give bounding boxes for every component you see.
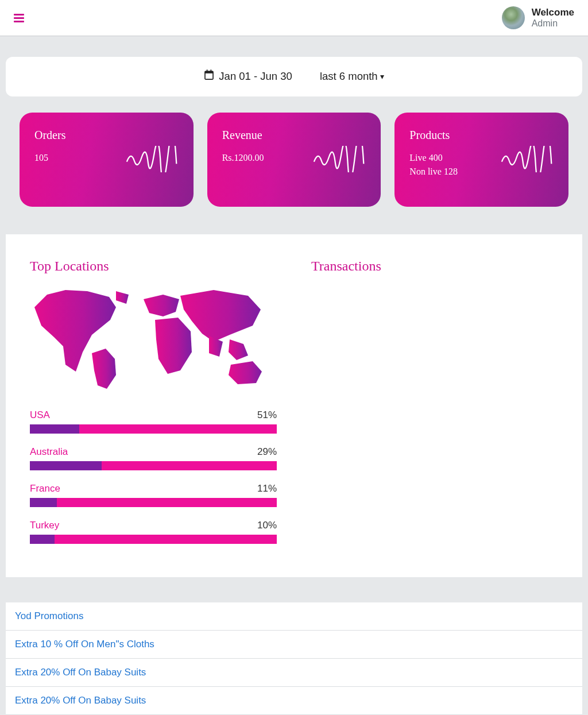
location-item: France 11% bbox=[30, 483, 277, 507]
menu-toggle-icon[interactable] bbox=[14, 14, 24, 22]
location-percent: 10% bbox=[257, 520, 277, 531]
location-name[interactable]: Australia bbox=[30, 446, 68, 458]
top-bar: Welcome Admin bbox=[0, 0, 588, 36]
location-percent: 11% bbox=[257, 483, 277, 494]
location-list: USA 51% Australia 29% France 11% bbox=[30, 409, 277, 544]
transactions-section: Transactions bbox=[311, 258, 558, 556]
stat-value-line1: Live 400 bbox=[409, 151, 458, 165]
promo-link[interactable]: Extra 20% Off On Babay Suits bbox=[15, 695, 146, 706]
sparkline-icon bbox=[126, 146, 179, 175]
date-range-text: Jan 01 - Jun 30 bbox=[219, 70, 292, 83]
stat-value-line2: Non live 128 bbox=[409, 165, 458, 179]
calendar-icon bbox=[204, 69, 214, 83]
stat-title: Orders bbox=[34, 129, 65, 142]
location-name[interactable]: Turkey bbox=[30, 520, 59, 531]
progress-fill bbox=[30, 424, 79, 434]
user-role: Admin bbox=[532, 18, 574, 29]
location-item: Turkey 10% bbox=[30, 520, 277, 544]
section-title: Transactions bbox=[311, 258, 558, 274]
welcome-text: Welcome bbox=[532, 7, 574, 18]
progress-fill bbox=[30, 535, 55, 544]
stat-card-products[interactable]: Products Live 400 Non live 128 bbox=[394, 113, 568, 207]
progress-fill bbox=[30, 461, 102, 470]
promo-item: Extra 10 % Off On Men"s Cloths bbox=[6, 631, 582, 659]
location-percent: 51% bbox=[257, 409, 277, 421]
stat-value: 105 bbox=[34, 151, 65, 165]
period-select[interactable]: last 6 month ▾ bbox=[320, 69, 384, 83]
stat-card-revenue[interactable]: Revenue Rs.1200.00 bbox=[207, 113, 381, 207]
progress-fill bbox=[30, 498, 57, 507]
promo-link[interactable]: Extra 10 % Off On Men"s Cloths bbox=[15, 639, 154, 650]
world-map bbox=[30, 284, 277, 395]
location-percent: 29% bbox=[257, 446, 277, 458]
progress-bar bbox=[30, 461, 277, 470]
location-item: Australia 29% bbox=[30, 446, 277, 470]
section-title: Top Locations bbox=[30, 258, 277, 274]
avatar bbox=[502, 6, 525, 29]
promo-item: Extra 20% Off On Babay Suits bbox=[6, 659, 582, 687]
sparkline-icon bbox=[501, 146, 554, 175]
promo-link[interactable]: Yod Promotions bbox=[15, 610, 83, 621]
stat-card-orders[interactable]: Orders 105 bbox=[20, 113, 194, 207]
location-item: USA 51% bbox=[30, 409, 277, 434]
date-range-card: Jan 01 - Jun 30 last 6 month ▾ bbox=[6, 57, 582, 96]
promo-item: Extra 20% Off On Babay Suits bbox=[6, 687, 582, 715]
promo-link[interactable]: Extra 20% Off On Babay Suits bbox=[15, 667, 146, 678]
progress-bar bbox=[30, 498, 277, 507]
stat-title: Revenue bbox=[222, 129, 264, 142]
promo-item: Yod Promotions bbox=[6, 602, 582, 631]
progress-bar bbox=[30, 424, 277, 434]
promotions-list: Yod Promotions Extra 10 % Off On Men"s C… bbox=[6, 602, 582, 715]
stat-title: Products bbox=[409, 129, 458, 142]
stat-value: Rs.1200.00 bbox=[222, 151, 264, 165]
location-name[interactable]: USA bbox=[30, 409, 50, 421]
user-area[interactable]: Welcome Admin bbox=[502, 6, 574, 29]
sparkline-icon bbox=[313, 146, 366, 175]
period-label: last 6 month bbox=[320, 70, 378, 83]
chevron-down-icon: ▾ bbox=[380, 72, 384, 81]
progress-bar bbox=[30, 535, 277, 544]
location-name[interactable]: France bbox=[30, 483, 60, 494]
top-locations-section: Top Locations bbox=[30, 258, 277, 556]
